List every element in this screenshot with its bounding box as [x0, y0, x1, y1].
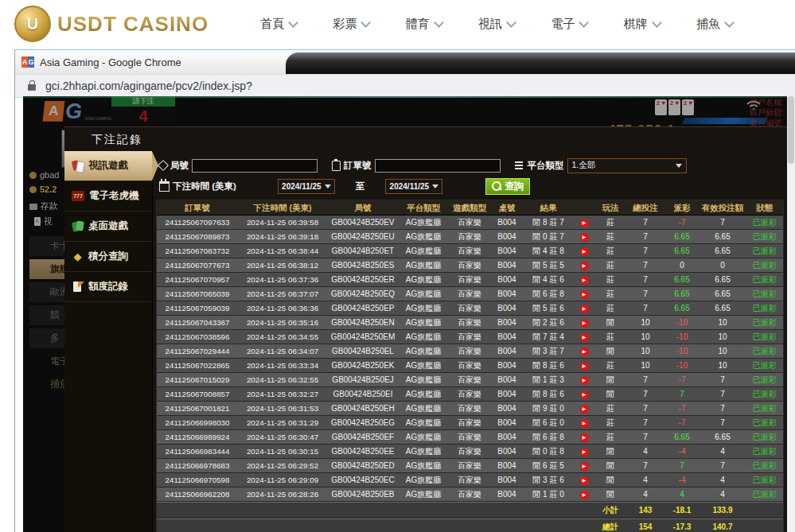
replay-button[interactable]: ▶: [580, 219, 589, 227]
playing-card: 2 ♥: [655, 99, 667, 115]
column-header: 桌號: [491, 200, 523, 215]
scrollbar-thumb[interactable]: [788, 96, 794, 164]
order-number: 241125067029444: [157, 344, 238, 358]
table-number: B004: [491, 330, 523, 344]
scrollbar[interactable]: [787, 96, 795, 532]
replay-button[interactable]: ▶: [580, 333, 589, 342]
play-type: 莊: [594, 273, 626, 286]
sidebar-item[interactable]: ◆積分查詢: [64, 242, 152, 272]
replay-button[interactable]: ▶: [580, 262, 589, 270]
nav-item-video[interactable]: 視訊: [478, 17, 515, 32]
platform-select[interactable]: 1.全部: [567, 158, 687, 173]
order-input[interactable]: [375, 159, 501, 173]
query-button[interactable]: 查詢: [485, 178, 530, 195]
replay-button[interactable]: ▶: [580, 233, 589, 242]
replay-button[interactable]: ▶: [580, 290, 589, 299]
payout: 6.65: [664, 230, 700, 243]
order-number: 241125067022865: [157, 359, 238, 372]
platform-type: AG旗艦廳: [399, 387, 448, 401]
nav-item-egames[interactable]: 電子: [551, 17, 587, 32]
platform-type: AG旗艦廳: [399, 216, 448, 229]
replay-button[interactable]: ▶: [580, 376, 589, 385]
replay-button[interactable]: ▶: [580, 390, 589, 399]
main-nav: 首頁彩票體育視訊電子棋牌捕魚: [260, 17, 733, 32]
date-from-select[interactable]: 2024/11/25: [278, 179, 335, 194]
nav-item-chess[interactable]: 棋牌: [624, 17, 661, 32]
bet-time: 2024-11-25 06:34:55: [238, 330, 327, 344]
game-type: 百家樂: [448, 330, 491, 344]
valid-bet: 7: [700, 216, 746, 229]
table-row: 2411250669899242024-11-25 06:30:47GB0042…: [157, 430, 783, 445]
replay-button[interactable]: ▶: [580, 247, 589, 256]
filter-area: 局號 訂單號 平台類型: [153, 151, 787, 196]
bet-time: 2024-11-25 06:39:58: [238, 216, 327, 229]
replay-button[interactable]: ▶: [580, 319, 589, 328]
result: 閒 6 莊 8: [523, 287, 574, 301]
order-number: 241125066962208: [157, 487, 238, 501]
replay-button[interactable]: ▶: [580, 433, 589, 442]
replay-button[interactable]: ▶: [580, 419, 589, 428]
play-cell: ▶: [574, 387, 594, 401]
round-input[interactable]: [192, 159, 318, 173]
result: 閒 1 莊 3: [523, 373, 574, 386]
sidebar-item[interactable]: 視訊遊戲: [64, 151, 152, 181]
url-bar[interactable]: gci.2hhapi.com/agingame/pcv2/index.jsp?: [15, 74, 795, 98]
nav-item-lottery[interactable]: 彩票: [333, 17, 369, 32]
game-type: 百家樂: [448, 473, 491, 487]
result: 閒 6 莊 0: [523, 416, 574, 429]
sidebar-item-label: 桌面遊戲: [88, 219, 128, 233]
game-type: 百家樂: [448, 316, 491, 329]
table-row: 2411250669622082024-11-25 06:28:26GB0042…: [157, 487, 783, 502]
site-logo[interactable]: U USDT CASINO: [14, 6, 208, 42]
calendar-icon: [159, 181, 170, 192]
nav-item-home[interactable]: 首頁: [260, 17, 297, 32]
valid-bet: 10: [700, 359, 746, 372]
replay-button[interactable]: ▶: [580, 476, 589, 485]
playing-card: 2 ♥: [682, 99, 694, 115]
replay-button[interactable]: ▶: [580, 491, 589, 499]
replay-button[interactable]: ▶: [580, 276, 589, 285]
round-number: GB00424B250EC: [327, 473, 399, 487]
nav-item-label: 視訊: [478, 17, 502, 32]
status-badge: 已派彩: [746, 287, 783, 301]
bet-time: 2024-11-25 06:37:07: [238, 287, 327, 301]
order-number: 241125067059039: [157, 301, 238, 315]
valid-bet: 7: [700, 373, 746, 386]
game-type: 百家樂: [448, 359, 491, 372]
summary-payout: -17.3: [664, 519, 700, 532]
query-button-label: 查詢: [505, 180, 524, 193]
video-tab-row[interactable]: K 視: [34, 216, 53, 227]
summary-total-bet: 154: [626, 519, 664, 532]
replay-button[interactable]: ▶: [580, 362, 589, 371]
summary-total-bet: 143: [626, 503, 664, 518]
browser-title-bar[interactable]: A G Asia Gaming - Google Chrome: [15, 50, 795, 74]
nav-item-label: 首頁: [260, 17, 284, 32]
date-to-select[interactable]: 2024/11/25: [385, 179, 442, 194]
column-header: 訂單號: [157, 200, 238, 215]
order-number: 241125067038596: [157, 330, 238, 344]
sidebar-item[interactable]: 桌面遊戲: [64, 212, 152, 242]
site-header: U USDT CASINO 首頁彩票體育視訊電子棋牌捕魚: [0, 0, 795, 48]
bet-time: 2024-11-25 06:38:12: [238, 258, 327, 272]
play-type: 莊: [594, 287, 626, 301]
replay-button[interactable]: ▶: [580, 448, 589, 456]
replay-button[interactable]: ▶: [580, 405, 589, 414]
payout: -7: [664, 216, 700, 229]
replay-button[interactable]: ▶: [580, 348, 589, 356]
user-icon: [29, 172, 37, 179]
nav-item-sports[interactable]: 體育: [406, 17, 442, 32]
deposit-row[interactable]: 存款: [29, 200, 58, 212]
nav-item-fishing[interactable]: 捕魚: [696, 17, 733, 32]
total-bet: 7: [626, 402, 664, 415]
replay-button[interactable]: ▶: [580, 462, 589, 471]
replay-button[interactable]: ▶: [580, 305, 589, 313]
game-type: 百家樂: [448, 416, 491, 429]
game-type: 百家樂: [448, 402, 491, 415]
status-badge: 已派彩: [746, 473, 783, 487]
table-number: B004: [491, 359, 523, 372]
sidebar-item[interactable]: 額度記錄: [64, 272, 152, 302]
sidebar-item[interactable]: 777電子老虎機: [64, 181, 152, 212]
site-logo-text: USDT CASINO: [57, 12, 208, 37]
browser-window: A G Asia Gaming - Google Chrome gci.2hha…: [14, 49, 795, 532]
table-number: B004: [491, 402, 523, 415]
